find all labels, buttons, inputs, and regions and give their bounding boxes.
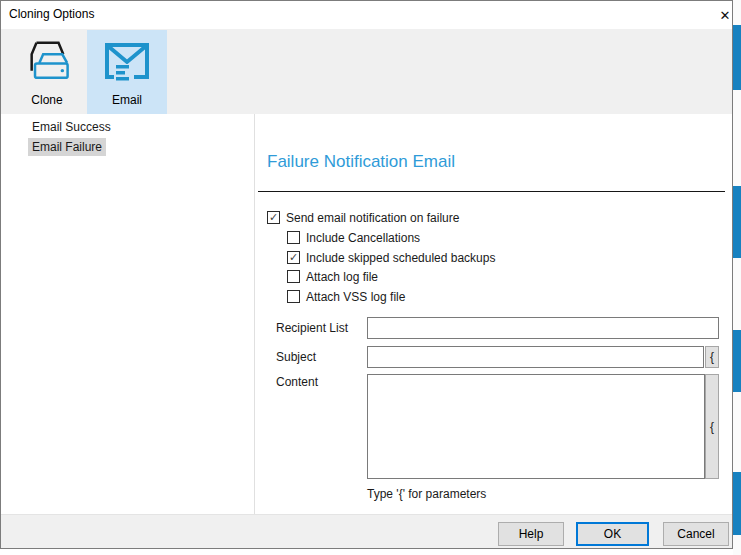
checkbox-label: Attach log file [306, 270, 378, 284]
toolbar-item-label: Email [87, 93, 167, 107]
cloning-options-dialog: Cloning Options ✕ Clone [0, 0, 733, 549]
background-stripe [733, 472, 741, 535]
sidebar-item-email-success[interactable]: Email Success [28, 118, 115, 136]
content-textarea[interactable] [367, 374, 705, 479]
email-envelope-icon [104, 71, 150, 88]
window-title: Cloning Options [9, 7, 94, 21]
checkbox-label: Send email notification on failure [286, 211, 459, 225]
recipient-list-input[interactable] [367, 317, 719, 339]
toolbar-item-clone[interactable]: Clone [7, 30, 87, 114]
checkbox-row-include-skipped-backups[interactable]: ✓ Include skipped scheduled backups [287, 251, 495, 265]
toolbar-item-email[interactable]: Email [87, 30, 167, 114]
toolbar: Clone Email [1, 29, 732, 114]
checkbox[interactable]: ✓ [267, 211, 280, 224]
background-stripe [733, 330, 741, 392]
checkbox-row-attach-vss-log-file[interactable]: Attach VSS log file [287, 290, 405, 304]
checkbox-label: Include skipped scheduled backups [306, 251, 495, 265]
checkbox-row-send-email-notification[interactable]: ✓ Send email notification on failure [267, 211, 459, 225]
recipient-list-label: Recipient List [276, 321, 348, 335]
screen: Cloning Options ✕ Clone [0, 0, 741, 555]
background-stripe [733, 186, 741, 258]
title-bar: Cloning Options ✕ [1, 1, 732, 29]
subject-input[interactable] [367, 346, 704, 368]
help-button[interactable]: Help [498, 522, 564, 546]
checkbox-label: Attach VSS log file [306, 290, 405, 304]
dialog-footer: Help OK Cancel [1, 514, 732, 548]
ok-button[interactable]: OK [576, 522, 649, 546]
page-title: Failure Notification Email [267, 152, 455, 172]
content-parameter-button[interactable]: { [705, 374, 719, 479]
sidebar-item-email-failure[interactable]: Email Failure [28, 138, 106, 156]
close-icon[interactable]: ✕ [713, 5, 737, 26]
heading-divider [258, 191, 725, 192]
checkbox-row-attach-log-file[interactable]: Attach log file [287, 270, 378, 284]
checkbox[interactable] [287, 290, 300, 303]
sidebar-divider [254, 114, 255, 514]
clone-drives-icon [24, 71, 70, 88]
checkbox-label: Include Cancellations [306, 231, 420, 245]
content-label: Content [276, 375, 318, 389]
checkbox-row-include-cancellations[interactable]: Include Cancellations [287, 231, 420, 245]
toolbar-item-label: Clone [7, 93, 87, 107]
subject-label: Subject [276, 350, 316, 364]
background-stripe [733, 25, 741, 90]
checkbox[interactable]: ✓ [287, 251, 300, 264]
cancel-button[interactable]: Cancel [663, 522, 729, 546]
parameter-hint-text: Type '{' for parameters [367, 487, 486, 501]
checkbox[interactable] [287, 231, 300, 244]
checkbox[interactable] [287, 270, 300, 283]
subject-parameter-button[interactable]: { [705, 346, 719, 368]
background-window-edge [733, 0, 741, 555]
